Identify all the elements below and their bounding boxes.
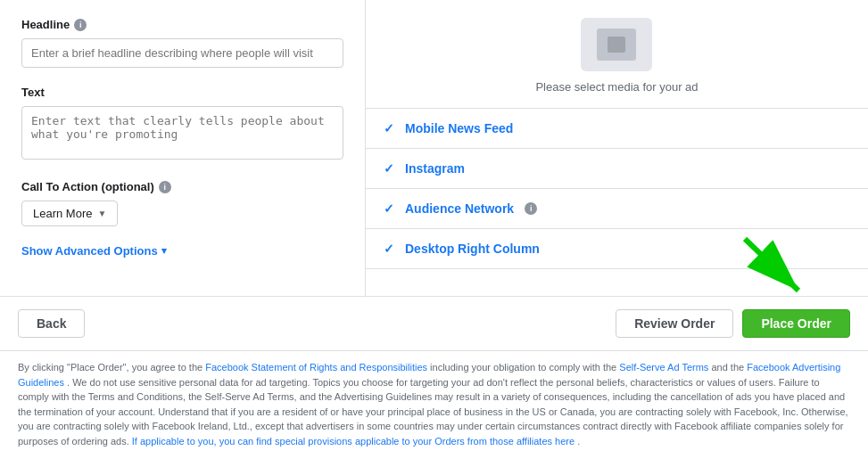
text-label: Text (21, 86, 343, 99)
legal-link-self-serve[interactable]: Self-Serve Ad Terms (619, 362, 708, 373)
footer-wrapper: Back Review Order Place Order (0, 297, 868, 351)
footer-buttons: Back Review Order Place Order (0, 297, 868, 351)
placement-mobile-news-feed[interactable]: ✓ Mobile News Feed (366, 109, 868, 149)
right-action-buttons: Review Order Place Order (616, 309, 850, 338)
headline-field-group: Headline i (21, 18, 343, 68)
text-label-text: Text (21, 86, 45, 99)
legal-link-special-provisions[interactable]: If applicable to you, you can find speci… (132, 436, 575, 447)
audience-network-info-icon[interactable]: i (525, 202, 537, 215)
placement-label: Mobile News Feed (405, 121, 513, 135)
placement-label: Desktop Right Column (405, 242, 540, 256)
media-label: Please select media for your ad (535, 80, 698, 94)
cta-dropdown-button[interactable]: Learn More ▼ (21, 201, 118, 226)
content-area: Headline i Text Call To Action (optional… (0, 0, 868, 297)
headline-label: Headline i (21, 18, 343, 31)
placement-desktop-right-column[interactable]: ✓ Desktop Right Column (366, 229, 868, 269)
placement-label: Instagram (405, 161, 465, 176)
placements-list: ✓ Mobile News Feed ✓ Instagram ✓ Audienc… (366, 108, 868, 269)
legal-text-3: and the (711, 362, 747, 373)
legal-text-1: By clicking "Place Order", you agree to … (18, 362, 205, 373)
cta-info-icon[interactable]: i (159, 181, 171, 193)
cta-field-group: Call To Action (optional) i Learn More ▼ (21, 180, 343, 226)
placement-instagram[interactable]: ✓ Instagram (366, 149, 868, 189)
legal-link-statement[interactable]: Facebook Statement of Rights and Respons… (205, 362, 427, 373)
advanced-chevron-icon: ▾ (161, 245, 167, 257)
cta-label-text: Call To Action (optional) (21, 180, 154, 193)
chevron-down-icon: ▼ (97, 209, 106, 218)
headline-label-text: Headline (21, 18, 70, 31)
media-icon-box (581, 18, 652, 71)
cta-label: Call To Action (optional) i (21, 180, 343, 193)
review-order-button[interactable]: Review Order (616, 309, 733, 338)
checkmark-icon: ✓ (384, 242, 394, 256)
back-button[interactable]: Back (18, 309, 85, 338)
placement-audience-network[interactable]: ✓ Audience Network i (366, 189, 868, 229)
main-container: Headline i Text Call To Action (optional… (0, 0, 868, 459)
right-panel: Please select media for your ad ✓ Mobile… (366, 0, 868, 296)
media-placeholder: Please select media for your ad (535, 0, 698, 108)
text-field-group: Text (21, 86, 343, 162)
media-icon (597, 29, 636, 61)
cta-dropdown-value: Learn More (33, 207, 92, 220)
left-panel: Headline i Text Call To Action (optional… (0, 0, 366, 296)
place-order-button[interactable]: Place Order (742, 309, 850, 338)
checkmark-icon: ✓ (384, 161, 394, 176)
show-advanced-label: Show Advanced Options (21, 244, 158, 258)
legal-section: By clicking "Place Order", you agree to … (0, 351, 868, 459)
placement-label: Audience Network (405, 201, 514, 216)
checkmark-icon: ✓ (384, 201, 394, 216)
legal-text-5: . (577, 436, 580, 447)
legal-text-2: including your obligation to comply with… (430, 362, 619, 373)
headline-info-icon[interactable]: i (74, 19, 87, 31)
show-advanced-options-link[interactable]: Show Advanced Options ▾ (21, 244, 343, 258)
text-input[interactable] (21, 106, 343, 160)
checkmark-icon: ✓ (384, 121, 394, 135)
headline-input[interactable] (21, 38, 343, 68)
